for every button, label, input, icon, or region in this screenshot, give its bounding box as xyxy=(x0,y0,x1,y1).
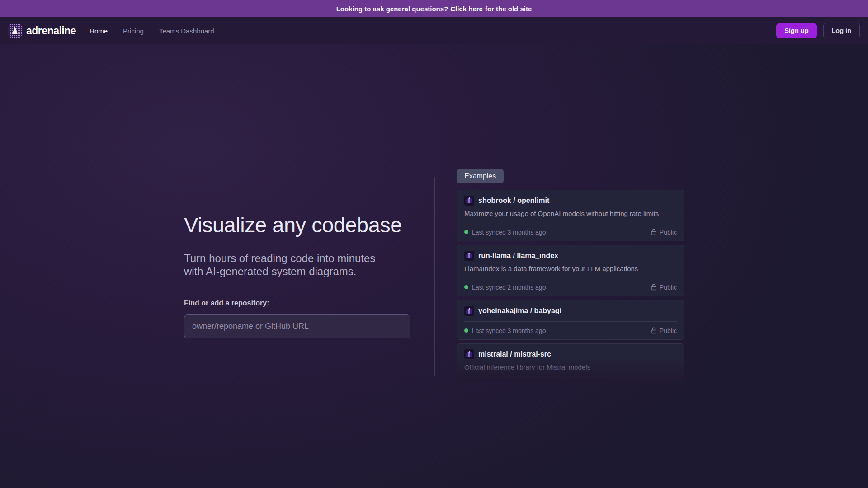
sync-status-text: Last synced 2 months ago xyxy=(472,284,546,291)
repo-card[interactable]: shobrook / openlimit Maximize your usage… xyxy=(457,190,684,241)
visibility-text: Public xyxy=(660,229,677,236)
visibility-text: Public xyxy=(660,284,677,291)
sync-status-dot-icon xyxy=(464,230,468,234)
repo-avatar xyxy=(464,196,474,206)
visibility-badge: Public xyxy=(651,229,677,236)
lock-icon xyxy=(651,284,657,291)
repo-name: mistralai / mistral-src xyxy=(478,350,551,358)
announcement-banner: Looking to ask general questions? Click … xyxy=(0,0,868,17)
nav-link-home[interactable]: Home xyxy=(90,27,108,35)
sync-status: Failed to sync xyxy=(464,382,511,383)
hero-subtitle: Turn hours of reading code into minutes … xyxy=(184,252,419,278)
nav-link-pricing[interactable]: Pricing xyxy=(123,27,144,35)
brand-name: adrenaline xyxy=(26,25,76,37)
sync-status: Last synced 3 months ago xyxy=(464,327,546,334)
section-divider xyxy=(434,177,435,376)
visibility-text: Public xyxy=(660,327,677,334)
repo-card-footer: Last synced 3 months ago Public xyxy=(464,321,677,339)
visibility-badge: Public xyxy=(651,327,677,334)
repo-description: Maximize your usage of OpenAI models wit… xyxy=(464,210,677,217)
repo-description: Official inference library for Mistral m… xyxy=(464,363,677,371)
sync-status-dot-icon xyxy=(464,285,468,289)
repo-card-header: yoheinakajima / babyagi xyxy=(464,306,677,316)
shobrook-avatar-icon xyxy=(464,306,474,316)
banner-text-before: Looking to ask general questions? xyxy=(336,5,448,13)
top-nav: adrenaline Home Pricing Teams Dashboard … xyxy=(0,17,868,44)
hero-subtitle-line2: with AI-generated system diagrams. xyxy=(184,265,419,278)
repo-card-header: mistralai / mistral-src xyxy=(464,349,677,359)
repo-card-header: run-llama / llama_index xyxy=(464,251,677,261)
repo-card-footer: Last synced 3 months ago Public xyxy=(464,223,677,241)
shobrook-avatar-icon xyxy=(464,349,474,359)
repo-name: shobrook / openlimit xyxy=(478,197,549,205)
nav-link-teams-dashboard[interactable]: Teams Dashboard xyxy=(159,27,214,35)
sync-status-text: Last synced 3 months ago xyxy=(472,327,546,334)
log-in-button[interactable]: Log in xyxy=(823,23,860,38)
repo-avatar xyxy=(464,251,474,261)
visibility-text: Public xyxy=(660,382,677,383)
brand-logo[interactable]: adrenaline xyxy=(8,24,76,38)
banner-text-after: for the old site xyxy=(485,5,532,13)
sync-status-text: Failed to sync xyxy=(472,382,511,383)
banner-old-site-link[interactable]: Click here xyxy=(450,5,483,13)
page-title: Visualize any codebase xyxy=(184,212,419,237)
hero-section: Visualize any codebase Turn hours of rea… xyxy=(184,212,419,338)
repo-card-header: shobrook / openlimit xyxy=(464,196,677,206)
repo-card[interactable]: run-llama / llama_index LlamaIndex is a … xyxy=(457,245,684,296)
visibility-badge: Public xyxy=(651,284,677,291)
repo-name: yoheinakajima / babyagi xyxy=(478,307,561,315)
adrenaline-logo-icon xyxy=(8,24,22,38)
lock-icon xyxy=(651,229,657,235)
repo-card-footer: Failed to sync Public xyxy=(464,376,677,382)
sign-up-button[interactable]: Sign up xyxy=(776,23,816,38)
repo-card[interactable]: mistralai / mistral-src Official inferen… xyxy=(457,343,684,382)
lock-icon xyxy=(651,327,657,334)
shobrook-avatar-icon xyxy=(464,196,474,206)
repo-description: LlamaIndex is a data framework for your … xyxy=(464,265,677,272)
repo-card[interactable]: yoheinakajima / babyagi Last synced 3 mo… xyxy=(457,300,684,340)
sync-status-dot-icon xyxy=(464,328,468,333)
repo-card-footer: Last synced 2 months ago Public xyxy=(464,278,677,296)
repo-search-input[interactable] xyxy=(184,314,410,338)
examples-button[interactable]: Examples xyxy=(457,169,504,183)
repo-name: run-llama / llama_index xyxy=(478,252,558,260)
sync-status: Last synced 2 months ago xyxy=(464,284,546,291)
repo-avatar xyxy=(464,306,474,316)
sync-status-text: Last synced 3 months ago xyxy=(472,229,546,236)
shobrook-avatar-icon xyxy=(464,251,474,261)
repo-avatar xyxy=(464,349,474,359)
nav-links: Home Pricing Teams Dashboard xyxy=(90,27,214,35)
sync-status: Last synced 3 months ago xyxy=(464,229,546,236)
repo-search-label: Find or add a repository: xyxy=(184,299,419,307)
hero-subtitle-line1: Turn hours of reading code into minutes xyxy=(184,252,419,265)
examples-list: shobrook / openlimit Maximize your usage… xyxy=(457,190,684,382)
visibility-badge: Public xyxy=(651,382,677,383)
